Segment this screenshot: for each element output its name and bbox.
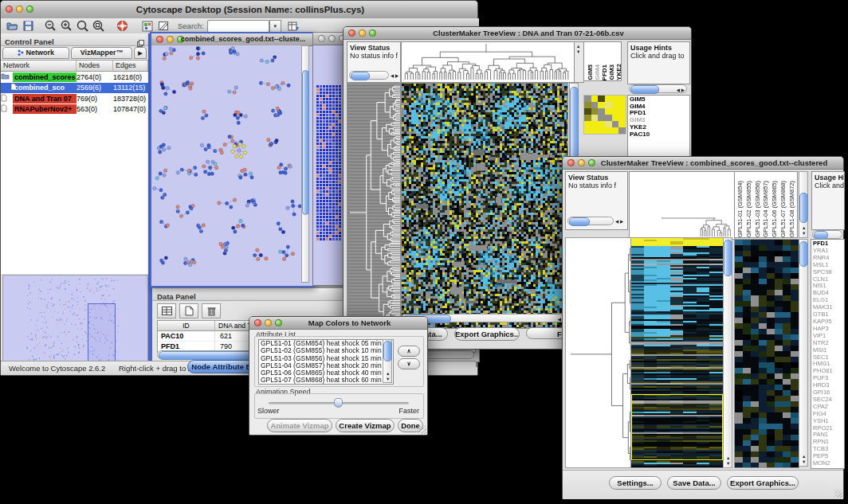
similarity-cell: [598, 108, 605, 115]
resize-grip[interactable]: [834, 490, 842, 498]
dialog-titlebar[interactable]: Map Colors to Network: [249, 317, 427, 330]
column-label[interactable]: PFD1: [601, 64, 608, 80]
document-icon: [1, 83, 13, 92]
usage-hints-hscrollbar[interactable]: ◀▶: [629, 84, 687, 93]
create-vizmap-button[interactable]: Create Vizmap: [336, 419, 395, 432]
treeview2-zoom-vscrollbar[interactable]: ▲▼: [799, 239, 808, 467]
similarity-cell: [618, 102, 626, 108]
attribute-list-vscrollbar[interactable]: ▲▼: [383, 339, 392, 383]
export-graphics-button[interactable]: Export Graphics...: [454, 327, 520, 341]
column-label[interactable]: GPL51-07 (GSM868): [779, 181, 787, 237]
scroll-left-arrow[interactable]: ◀: [615, 219, 618, 224]
usage-hints-hscrollbar[interactable]: [812, 230, 842, 239]
main-titlebar[interactable]: Cytoscape Desktop (Session Name: collins…: [1, 1, 477, 19]
treeview2-usage-hints: Usage Hints Click and: [811, 171, 845, 230]
column-label[interactable]: GIM4: [594, 64, 601, 80]
close-button[interactable]: [156, 36, 163, 43]
open-button[interactable]: [4, 19, 20, 33]
search-dropdown-button[interactable]: ▼: [269, 20, 281, 33]
minimize-button[interactable]: [16, 6, 23, 13]
treeview2-zoom-heatmap[interactable]: [734, 239, 799, 468]
close-button[interactable]: [254, 319, 261, 326]
column-label[interactable]: GPL51-08 (GSM872): [788, 181, 795, 237]
zoom-selected-button[interactable]: [90, 19, 106, 33]
move-up-button[interactable]: ∧: [398, 346, 420, 357]
close-button[interactable]: [6, 6, 13, 13]
gene-label[interactable]: MON2: [811, 460, 844, 467]
column-label[interactable]: GPL51-04 (GSM857): [762, 181, 769, 237]
treeview2-collabel-vscrollbar[interactable]: ▲▼: [799, 171, 808, 238]
tab-network[interactable]: Network: [2, 47, 69, 59]
minimize-button[interactable]: [328, 35, 336, 42]
move-down-button[interactable]: ∨: [398, 358, 420, 369]
column-label[interactable]: GPL51-02 (GSM855): [745, 181, 752, 237]
desktop: Cytoscape Desktop (Session Name: collins…: [0, 0, 848, 504]
scroll-left-arrow[interactable]: ◀: [391, 73, 394, 78]
treeview1-titlebar[interactable]: ClusterMaker TreeView : DNA and Tran 07-…: [344, 27, 691, 40]
treeview1-similarity-matrix[interactable]: [583, 95, 626, 135]
import-table-icon[interactable]: [286, 19, 302, 33]
save-button[interactable]: [20, 19, 36, 33]
tab-vizmapper[interactable]: VizMapper™: [71, 47, 132, 59]
help-lifesaver-icon[interactable]: [114, 19, 130, 33]
column-label[interactable]: GIM5: [587, 64, 594, 80]
close-button[interactable]: [318, 35, 325, 42]
resize-grip[interactable]: [418, 426, 426, 434]
view-status-hscrollbar[interactable]: [567, 217, 614, 225]
zoom-out-button[interactable]: [42, 19, 58, 33]
network-edges-count: 16218(0): [113, 73, 148, 81]
minimize-button[interactable]: [167, 36, 174, 43]
close-button[interactable]: [348, 29, 355, 37]
network-row[interactable]: DNA and Tran 07769(0)183728(0): [1, 93, 148, 104]
annotation-icon[interactable]: [155, 19, 171, 33]
network-overview-thumbnail[interactable]: [2, 275, 148, 368]
slider-thumb[interactable]: [334, 398, 343, 408]
column-label[interactable]: GPL51-03 (GSM856): [754, 181, 761, 237]
animation-speed-slider[interactable]: [269, 402, 409, 404]
treeview1-row-dendrogram[interactable]: [347, 83, 401, 329]
treeview2-heatmap-vscrollbar[interactable]: ▲▼: [723, 237, 732, 468]
gene-label[interactable]: PAC10: [628, 131, 689, 139]
trash-button[interactable]: [202, 303, 221, 318]
scroll-right-arrow[interactable]: ▶: [395, 73, 398, 78]
zoom-fit-button[interactable]: [74, 19, 90, 33]
animate-vizmap-button[interactable]: Animate Vizmap: [267, 419, 332, 432]
similarity-cell: [584, 102, 591, 108]
window-title: Cytoscape Desktop (Session Name: collins…: [28, 1, 473, 18]
network-view-titlebar[interactable]: combined_scores_good.txt--cluste...: [151, 33, 312, 46]
column-label[interactable]: GPL51-01 (GSM854): [736, 181, 744, 237]
column-label[interactable]: GIM3: [608, 64, 615, 80]
vizmapper-palette-icon[interactable]: [139, 19, 155, 33]
zoom-in-button[interactable]: [58, 19, 74, 33]
network-row[interactable]: combined_sco2569(6)13112(15): [1, 83, 148, 94]
attribute-list-item[interactable]: GPL51-07 (GSM868) heat shock 60 min: [259, 377, 393, 384]
dense-network-canvas[interactable]: [316, 84, 343, 241]
network-row[interactable]: RNAPuberNov2+563(0)107847(0): [1, 104, 148, 115]
treeview1-heatmap[interactable]: [401, 83, 568, 329]
settings-button[interactable]: Settings...: [609, 476, 662, 490]
column-label[interactable]: GPL51-06 (GSM865): [771, 181, 778, 237]
grid-view-button[interactable]: [157, 303, 176, 318]
scroll-right-arrow[interactable]: ▶: [620, 219, 623, 224]
treeview2-titlebar[interactable]: ClusterMaker TreeView : combined_scores_…: [563, 157, 843, 170]
tab-overflow-arrow[interactable]: ▶: [134, 47, 147, 59]
treeview2-row-dendrogram[interactable]: [565, 237, 632, 468]
minimize-button[interactable]: [359, 29, 366, 37]
minimize-button[interactable]: [578, 159, 585, 166]
treeview1-column-dendrogram[interactable]: [402, 42, 572, 80]
close-button[interactable]: [567, 159, 575, 166]
save-data-button[interactable]: Save Data...: [667, 476, 721, 490]
network-graph-canvas[interactable]: [151, 45, 303, 283]
treeview2-column-dendrogram[interactable]: [630, 172, 733, 237]
control-panel-title: Control Panel: [1, 37, 54, 46]
network-vscrollbar[interactable]: [301, 45, 309, 283]
new-document-button[interactable]: [179, 303, 198, 318]
view-status-hscrollbar[interactable]: [349, 71, 389, 80]
export-graphics-button[interactable]: Export Graphics...: [727, 476, 799, 490]
attribute-listbox[interactable]: GPL51-01 (GSM854) heat shock 05 minGPL51…: [258, 339, 394, 385]
search-input[interactable]: [207, 20, 269, 33]
column-label[interactable]: YKE2: [615, 64, 622, 80]
network-row[interactable]: combined_scores2764(0)16218(0): [1, 72, 148, 83]
minimize-button[interactable]: [265, 319, 272, 326]
treeview2-heatmap[interactable]: [630, 237, 724, 468]
